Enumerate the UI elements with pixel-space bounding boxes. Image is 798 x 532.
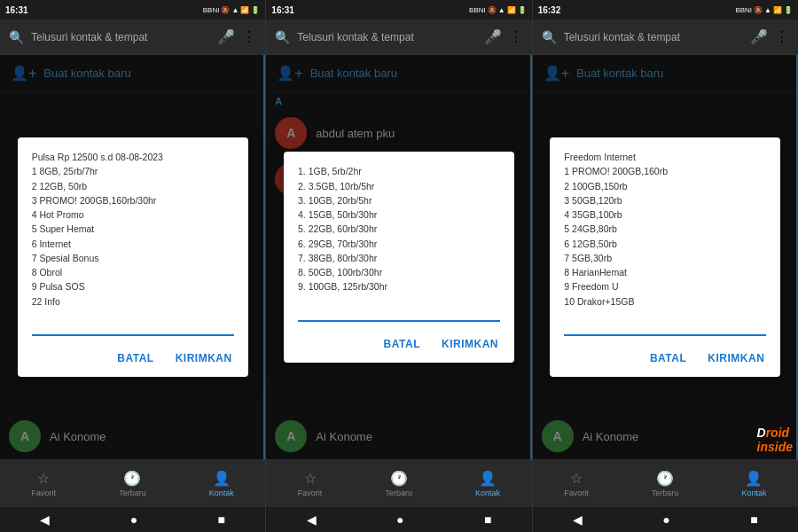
status-bar: 16:32 BBNI 🔕 ▲ 📶 🔋 bbox=[533, 0, 798, 20]
status-bar: 16:31 BBNI 🔕 ▲ 📶 🔋 bbox=[0, 0, 265, 20]
bottom-nav: ☆ Favorit 🕐 Terbaru 👤 Kontak bbox=[266, 459, 531, 507]
dialog-actions: BATAL KIRIMKAN bbox=[564, 348, 766, 368]
home-button[interactable]: ● bbox=[396, 512, 403, 527]
nav-label: Kontak bbox=[209, 489, 234, 497]
nav-item-kontak[interactable]: 👤 Kontak bbox=[475, 470, 500, 497]
content-area: 👤+ Buat kontak baru A A abdul atem pku 1… bbox=[266, 55, 531, 459]
nav-icon: 🕐 bbox=[390, 470, 408, 487]
system-nav-bar: ◀ ● ■ bbox=[0, 507, 265, 532]
bottom-nav: ☆ Favorit 🕐 Terbaru 👤 Kontak bbox=[533, 459, 798, 507]
dialog-content: Pulsa Rp 12500 s.d 08-08-2023 1 8GB, 25r… bbox=[32, 150, 234, 309]
dialog-actions: BATAL KIRIMKAN bbox=[32, 348, 234, 368]
search-icon: 🔍 bbox=[9, 30, 24, 44]
nav-label: Terbaru bbox=[385, 489, 412, 497]
status-icons: BBNI 🔕 ▲ 📶 🔋 bbox=[203, 6, 261, 14]
nav-icon: 🕐 bbox=[656, 470, 674, 487]
wifi-icon: ▲ bbox=[231, 6, 239, 14]
search-bar[interactable]: 🔍 Telusuri kontak & tempat 🎤 ⋮ bbox=[266, 20, 531, 55]
dialog-input[interactable] bbox=[32, 318, 234, 336]
dialog-content: 1. 1GB, 5rb/2hr 2. 3.5GB, 10rb/5hr 3. 10… bbox=[298, 164, 500, 293]
search-input[interactable]: Telusuri kontak & tempat bbox=[564, 31, 743, 43]
nav-icon: 👤 bbox=[479, 470, 497, 487]
nav-label: Kontak bbox=[475, 489, 500, 497]
dialog: 1. 1GB, 5rb/2hr 2. 3.5GB, 10rb/5hr 3. 10… bbox=[284, 152, 514, 362]
signal-icon: 📶 bbox=[240, 6, 249, 14]
screens-container: 16:31 BBNI 🔕 ▲ 📶 🔋 🔍 Telusuri kontak & t… bbox=[0, 0, 798, 532]
nav-icon: 👤 bbox=[213, 470, 231, 487]
back-button[interactable]: ◀ bbox=[307, 512, 317, 527]
mic-icon[interactable]: 🎤 bbox=[217, 28, 235, 45]
status-carrier: BBNI bbox=[469, 6, 486, 14]
nav-item-kontak[interactable]: 👤 Kontak bbox=[209, 470, 234, 497]
more-icon[interactable]: ⋮ bbox=[242, 28, 256, 45]
dialog-overlay[interactable]: 1. 1GB, 5rb/2hr 2. 3.5GB, 10rb/5hr 3. 10… bbox=[266, 55, 531, 459]
cancel-button[interactable]: BATAL bbox=[382, 334, 422, 354]
signal-icon: 📶 bbox=[773, 6, 782, 14]
recents-button[interactable]: ■ bbox=[218, 512, 225, 527]
nav-label: Terbaru bbox=[119, 489, 146, 497]
status-bar: 16:31 BBNI 🔕 ▲ 📶 🔋 bbox=[266, 0, 531, 20]
back-button[interactable]: ◀ bbox=[573, 512, 583, 527]
battery-icon: 🔋 bbox=[784, 6, 793, 14]
send-button[interactable]: KIRIMKAN bbox=[174, 348, 234, 368]
cancel-button[interactable]: BATAL bbox=[648, 348, 688, 368]
recents-button[interactable]: ■ bbox=[484, 512, 491, 527]
battery-icon: 🔋 bbox=[518, 6, 527, 14]
nav-label: Kontak bbox=[741, 489, 766, 497]
bottom-nav: ☆ Favorit 🕐 Terbaru 👤 Kontak bbox=[0, 459, 265, 507]
status-carrier: BBNI bbox=[203, 6, 220, 14]
back-button[interactable]: ◀ bbox=[40, 512, 50, 527]
status-icons: BBNI 🔕 ▲ 📶 🔋 bbox=[469, 6, 527, 14]
nav-label: Favorit bbox=[298, 489, 323, 497]
nav-icon: 🕐 bbox=[123, 470, 141, 487]
phone-screen-3: 16:32 BBNI 🔕 ▲ 📶 🔋 🔍 Telusuri kontak & t… bbox=[533, 0, 798, 532]
mic-icon[interactable]: 🎤 bbox=[484, 28, 502, 45]
wifi-icon: ▲ bbox=[498, 6, 505, 14]
nav-label: Favorit bbox=[32, 489, 57, 497]
wifi-icon: ▲ bbox=[764, 6, 771, 14]
watermark-d: D bbox=[757, 426, 766, 440]
mute-icon: 🔕 bbox=[488, 6, 497, 14]
phone-screen-2: 16:31 BBNI 🔕 ▲ 📶 🔋 🔍 Telusuri kontak & t… bbox=[266, 0, 532, 532]
dialog-overlay[interactable]: Freedom Internet 1 PROMO! 200GB,160rb 2 … bbox=[533, 55, 798, 459]
nav-item-terbaru[interactable]: 🕐 Terbaru bbox=[119, 470, 146, 497]
cancel-button[interactable]: BATAL bbox=[115, 348, 155, 368]
search-bar[interactable]: 🔍 Telusuri kontak & tempat 🎤 ⋮ bbox=[0, 20, 265, 55]
nav-item-kontak[interactable]: 👤 Kontak bbox=[741, 470, 766, 497]
nav-icon: ☆ bbox=[570, 470, 583, 487]
send-button[interactable]: KIRIMKAN bbox=[706, 348, 766, 368]
home-button[interactable]: ● bbox=[662, 512, 669, 527]
dialog-input[interactable] bbox=[298, 304, 500, 322]
search-input[interactable]: Telusuri kontak & tempat bbox=[31, 31, 210, 43]
phone-screen-1: 16:31 BBNI 🔕 ▲ 📶 🔋 🔍 Telusuri kontak & t… bbox=[0, 0, 266, 532]
more-icon[interactable]: ⋮ bbox=[509, 28, 523, 45]
system-nav-bar: ◀ ● ■ bbox=[266, 507, 531, 532]
nav-item-terbaru[interactable]: 🕐 Terbaru bbox=[652, 470, 679, 497]
search-icon: 🔍 bbox=[275, 30, 290, 44]
content-area: 👤+ Buat kontak baru Freedom Internet 1 P… bbox=[533, 55, 798, 459]
search-bar[interactable]: 🔍 Telusuri kontak & tempat 🎤 ⋮ bbox=[533, 20, 798, 55]
nav-item-favorit[interactable]: ☆ Favorit bbox=[298, 470, 323, 497]
search-input[interactable]: Telusuri kontak & tempat bbox=[297, 31, 476, 43]
home-button[interactable]: ● bbox=[130, 512, 137, 527]
send-button[interactable]: KIRIMKAN bbox=[440, 334, 500, 354]
nav-icon: ☆ bbox=[37, 470, 50, 487]
dialog: Freedom Internet 1 PROMO! 200GB,160rb 2 … bbox=[550, 137, 780, 377]
nav-label: Terbaru bbox=[652, 489, 679, 497]
recents-button[interactable]: ■ bbox=[750, 512, 757, 527]
mic-icon[interactable]: 🎤 bbox=[750, 28, 768, 45]
nav-item-favorit[interactable]: ☆ Favorit bbox=[32, 470, 57, 497]
nav-item-terbaru[interactable]: 🕐 Terbaru bbox=[385, 470, 412, 497]
dialog-input[interactable] bbox=[564, 318, 766, 336]
more-icon[interactable]: ⋮ bbox=[775, 28, 789, 45]
nav-item-favorit[interactable]: ☆ Favorit bbox=[564, 470, 589, 497]
nav-label: Favorit bbox=[564, 489, 589, 497]
status-carrier: BBNI bbox=[735, 6, 752, 14]
dialog-content: Freedom Internet 1 PROMO! 200GB,160rb 2 … bbox=[564, 150, 766, 309]
battery-icon: 🔋 bbox=[251, 6, 260, 14]
nav-icon: 👤 bbox=[745, 470, 763, 487]
status-time: 16:32 bbox=[538, 5, 561, 15]
dialog-overlay[interactable]: Pulsa Rp 12500 s.d 08-08-2023 1 8GB, 25r… bbox=[0, 55, 265, 459]
system-nav-bar: ◀ ● ■ bbox=[533, 507, 798, 532]
dialog-actions: BATAL KIRIMKAN bbox=[298, 334, 500, 354]
